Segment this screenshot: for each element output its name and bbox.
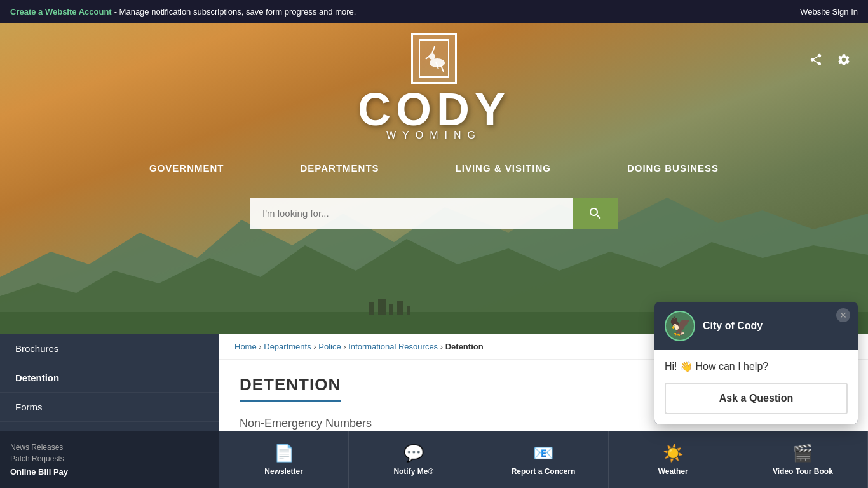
breadcrumb-current: Detention <box>445 342 484 351</box>
bottom-item-online-bill-pay[interactable]: Online Bill Pay <box>10 467 209 477</box>
bottom-item-newsletter[interactable]: 📄 Newsletter <box>219 431 349 488</box>
svg-rect-6 <box>397 301 403 315</box>
city-name: CODY <box>358 86 510 132</box>
breadcrumb-home[interactable]: Home <box>234 342 257 351</box>
chat-ask-button[interactable]: Ask a Question <box>665 383 848 414</box>
weather-label: Weather <box>658 467 688 476</box>
breadcrumb-informational-resources[interactable]: Informational Resources <box>348 342 438 351</box>
bottom-item-news-releases[interactable]: News Releases <box>10 443 209 452</box>
bottom-item-weather[interactable]: ☀️ Weather <box>609 431 738 488</box>
svg-rect-5 <box>389 304 393 315</box>
nav-departments[interactable]: DEPARTMENTS <box>262 156 417 180</box>
bottom-item-report-concern[interactable]: 📧 Report a Concern <box>478 431 608 488</box>
nav-living-visiting[interactable]: LIVING & VISITING <box>417 156 589 180</box>
top-bar-subtitle: - Manage notification subscriptions, sav… <box>114 7 356 17</box>
top-bar-left: Create a Website Account - Manage notifi… <box>10 7 356 17</box>
notify-me-label: Notify Me® <box>393 467 433 476</box>
chat-widget: 🦅 City of Cody × Hi! 👋 How can I help? A… <box>654 302 858 424</box>
report-concern-label: Report a Concern <box>512 467 576 476</box>
chat-city-name: City of Cody <box>703 320 763 332</box>
notify-me-icon: 💬 <box>403 444 424 463</box>
newsletter-label: Newsletter <box>264 467 303 476</box>
sidebar-item-detention[interactable]: Detention <box>0 363 219 393</box>
video-tour-icon: 🎬 <box>792 444 813 463</box>
state-name: WYOMING <box>386 130 482 141</box>
city-emblem <box>411 33 457 84</box>
breadcrumb-police[interactable]: Police <box>318 342 341 351</box>
breadcrumb-departments[interactable]: Departments <box>264 342 311 351</box>
hero-section: CODY WYOMING GOVERNMENT DEPARTMENTS LIVI… <box>0 23 868 334</box>
chat-avatar: 🦅 <box>665 311 695 341</box>
search-button[interactable] <box>573 198 618 229</box>
page-title: DETENTION <box>240 375 341 402</box>
nav-government[interactable]: GOVERNMENT <box>111 156 262 180</box>
chat-close-button[interactable]: × <box>836 308 850 322</box>
bottom-item-patch-requests[interactable]: Patch Requests <box>10 454 209 463</box>
search-input[interactable] <box>250 198 573 229</box>
bottom-item-notify-me[interactable]: 💬 Notify Me® <box>349 431 478 488</box>
svg-rect-4 <box>378 299 386 315</box>
header-toolbar <box>807 51 853 69</box>
create-account-link[interactable]: Create a Website Account <box>10 7 112 17</box>
chat-header: 🦅 City of Cody × <box>654 302 858 350</box>
newsletter-icon: 📄 <box>274 444 294 463</box>
bottom-bar-left: News Releases Patch Requests Online Bill… <box>0 431 219 488</box>
sidebar-item-brochures[interactable]: Brochures <box>0 334 219 363</box>
bottom-item-video-tour[interactable]: 🎬 Video Tour Book <box>738 431 868 488</box>
bottom-bar: News Releases Patch Requests Online Bill… <box>0 431 868 488</box>
chat-body: Hi! 👋 How can I help? Ask a Question <box>654 350 858 424</box>
chat-greeting: Hi! 👋 How can I help? <box>665 360 848 372</box>
settings-icon[interactable] <box>835 51 853 69</box>
share-icon[interactable] <box>807 51 825 69</box>
svg-point-10 <box>429 53 435 60</box>
nav-doing-business[interactable]: DOING BUSINESS <box>589 156 757 180</box>
sign-in-button[interactable]: Website Sign In <box>800 7 858 17</box>
top-bar: Create a Website Account - Manage notifi… <box>0 0 868 23</box>
svg-line-11 <box>432 46 435 53</box>
svg-line-12 <box>426 56 430 59</box>
weather-icon: ☀️ <box>663 444 683 463</box>
svg-rect-3 <box>369 302 374 315</box>
search-bar <box>250 198 618 229</box>
report-concern-icon: 📧 <box>533 444 553 463</box>
video-tour-label: Video Tour Book <box>773 467 833 476</box>
sidebar-item-forms[interactable]: Forms <box>0 393 219 422</box>
logo-area: CODY WYOMING <box>358 33 510 141</box>
main-nav: GOVERNMENT DEPARTMENTS LIVING & VISITING… <box>0 156 868 180</box>
svg-rect-7 <box>407 306 410 315</box>
svg-line-14 <box>441 65 444 72</box>
